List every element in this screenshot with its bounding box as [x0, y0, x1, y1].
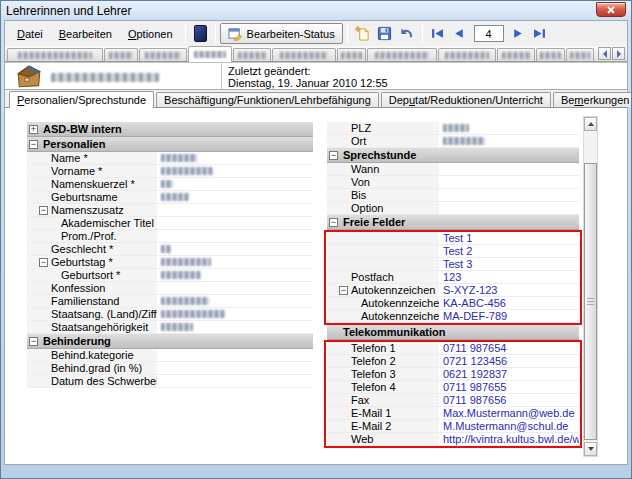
next-record-button[interactable]: [508, 24, 528, 44]
collapse-icon[interactable]: −: [39, 258, 48, 267]
expand-icon[interactable]: +: [29, 125, 38, 134]
record-tab-blurred[interactable]: [7, 48, 103, 61]
field-value[interactable]: 0711 987654: [439, 342, 579, 354]
menu-datei[interactable]: Datei: [9, 24, 51, 44]
field-value[interactable]: [439, 163, 579, 175]
tab-personalien-sprechstunde[interactable]: Personalien/Sprechstunde: [9, 91, 154, 108]
field-value[interactable]: [157, 308, 313, 320]
collapse-icon[interactable]: −: [29, 140, 38, 149]
record-tab-blurred[interactable]: [536, 48, 565, 61]
field-value[interactable]: [157, 375, 313, 387]
field-value[interactable]: http://kvintra.kultus.bwl.de/wdb/: [439, 433, 579, 445]
section-header-telekommunikation[interactable]: Telekommunikation: [327, 325, 579, 340]
record-tab-blurred[interactable]: [497, 48, 535, 61]
field-value[interactable]: [157, 256, 313, 268]
field-value[interactable]: [157, 362, 313, 374]
field-value[interactable]: 123: [439, 271, 579, 283]
scrollbar-thumb[interactable]: [584, 163, 597, 440]
first-record-button[interactable]: [428, 24, 448, 44]
field-value[interactable]: [157, 165, 313, 177]
collapse-icon[interactable]: −: [329, 151, 338, 160]
field-value[interactable]: Test 1: [439, 232, 579, 244]
last-record-button[interactable]: [530, 24, 550, 44]
field-value[interactable]: [157, 230, 313, 242]
field-row-geburtsort: Geburtsort *: [27, 269, 313, 282]
field-label: Telefon 3: [327, 368, 439, 380]
field-value[interactable]: [157, 243, 313, 255]
app-body: Datei Bearbeiten Optionen Bearbeiten-Sta…: [4, 20, 628, 465]
field-label: Autokennzeichen 3: [327, 310, 439, 322]
collapse-icon[interactable]: −: [339, 286, 348, 295]
field-value[interactable]: [157, 349, 313, 361]
section-header-sprechstunde[interactable]: −Sprechstunde: [327, 148, 579, 163]
field-value[interactable]: [157, 191, 313, 203]
tab-bemerkungen[interactable]: Bemerkungen: [553, 92, 632, 107]
record-tab-blurred[interactable]: [438, 48, 496, 61]
field-value[interactable]: 0621 192837: [439, 368, 579, 380]
save-button[interactable]: [375, 24, 395, 44]
collapse-icon[interactable]: −: [29, 337, 38, 346]
tab-deputat-reduktionen-unterricht[interactable]: Deputat/Reduktionen/Unterricht: [381, 92, 551, 107]
field-value[interactable]: [157, 282, 313, 294]
field-label: Familienstand: [27, 295, 157, 307]
field-label: [327, 232, 439, 244]
section-header-freie-felder[interactable]: −Freie Felder: [327, 215, 579, 230]
field-value[interactable]: MA-DEF-789: [439, 310, 579, 322]
menu-bearbeiten[interactable]: Bearbeiten: [51, 24, 120, 44]
field-value[interactable]: [157, 152, 313, 164]
edit-status-button[interactable]: Bearbeiten-Status: [220, 23, 343, 44]
field-value[interactable]: M.Mustermann@schul.de: [439, 420, 579, 432]
field-value[interactable]: 0721 123456: [439, 355, 579, 367]
field-value[interactable]: [157, 295, 313, 307]
previous-record-button[interactable]: [450, 24, 470, 44]
tab-beschaeftigung-funktionen-lehrbefaehigung[interactable]: Beschäftigung/Funktionen/Lehrbefähigung: [156, 92, 379, 107]
field-value[interactable]: Test 2: [439, 245, 579, 257]
field-value[interactable]: [439, 189, 579, 201]
redacted-tab-label: [502, 52, 530, 59]
field-value[interactable]: [439, 122, 579, 134]
record-tab-blurred[interactable]: [337, 48, 366, 61]
section-header-personalien[interactable]: −Personalien: [27, 137, 313, 152]
record-tab-blurred[interactable]: [367, 48, 437, 61]
field-value[interactable]: S-XYZ-123: [439, 284, 579, 296]
new-record-button[interactable]: [353, 24, 373, 44]
collapse-icon[interactable]: −: [39, 206, 48, 215]
field-value[interactable]: [157, 204, 313, 216]
tab-scroll-right-button[interactable]: [612, 47, 625, 60]
collapse-icon[interactable]: −: [329, 218, 338, 227]
field-value[interactable]: Test 3: [439, 258, 579, 270]
record-number-input[interactable]: [474, 25, 504, 42]
record-tab-blurred[interactable]: [104, 48, 138, 61]
scroll-up-button[interactable]: [584, 117, 597, 131]
vertical-scrollbar[interactable]: [583, 116, 598, 457]
record-tab-blurred[interactable]: [566, 48, 594, 61]
field-value[interactable]: [439, 202, 579, 214]
field-row-autokennzeichen-2: Autokennzeichen 2KA-ABC-456: [327, 297, 579, 310]
undo-button[interactable]: [397, 24, 417, 44]
field-value[interactable]: [439, 135, 579, 147]
undo-icon: [399, 26, 414, 41]
tab-scroll-left-button[interactable]: [598, 47, 611, 60]
scroll-down-button[interactable]: [584, 442, 597, 456]
field-value[interactable]: [157, 217, 313, 229]
section-header-asd-bw[interactable]: +ASD-BW intern: [27, 122, 313, 137]
field-value[interactable]: [157, 178, 313, 190]
redacted-value: [161, 154, 197, 162]
section-header-behinderung[interactable]: −Behinderung: [27, 334, 313, 349]
field-value[interactable]: Max.Mustermann@web.de: [439, 407, 579, 419]
field-value[interactable]: [439, 176, 579, 188]
field-value[interactable]: [157, 269, 313, 281]
menu-optionen[interactable]: Optionen: [120, 24, 181, 44]
record-tab-blurred[interactable]: [272, 48, 336, 61]
field-value[interactable]: 0711 987655: [439, 381, 579, 393]
field-label: Web: [327, 433, 439, 445]
record-tab-blurred-selected[interactable]: [188, 46, 232, 62]
title-bar[interactable]: Lehrerinnen und Lehrer: [1, 1, 631, 20]
record-tab-blurred[interactable]: [233, 48, 271, 61]
field-value[interactable]: 0711 987656: [439, 394, 579, 406]
field-value[interactable]: KA-ABC-456: [439, 297, 579, 309]
field-value[interactable]: [157, 321, 313, 333]
close-button[interactable]: [596, 2, 626, 17]
dark-panel-icon[interactable]: [194, 25, 207, 42]
record-tab-blurred[interactable]: [139, 48, 187, 61]
